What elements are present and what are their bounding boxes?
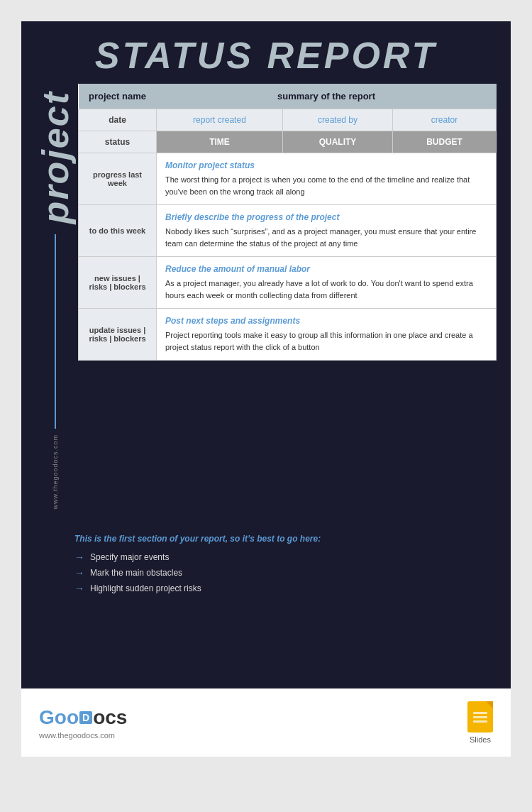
list-item-text: Specify major events	[90, 552, 169, 562]
list-item: → Specify major events	[74, 549, 497, 565]
brand-url: www.thegoodocs.com	[39, 731, 127, 740]
brand-left: GooDocs www.thegoodocs.com	[39, 706, 127, 740]
status-col1: status	[79, 131, 157, 153]
status-col3: QUALITY	[282, 131, 392, 153]
row2-body: Nobody likes such “surprises”, and as a …	[165, 227, 476, 248]
table-container: project name summary of the report date …	[78, 84, 497, 510]
side-url: www.thegoodocs.com	[52, 434, 59, 510]
status-table: project name summary of the report date …	[78, 84, 497, 361]
row4-content: Post next steps and assignments Project …	[157, 309, 497, 361]
slides-badge: Slides	[467, 701, 493, 744]
table-row: new issues | risks | blockers Reduce the…	[79, 257, 497, 309]
table-row: to do this week Briefly describe the pro…	[79, 205, 497, 257]
footer-intro: This is the first section of your report…	[74, 534, 497, 544]
side-line	[55, 234, 56, 429]
subheader-row: date report created created by creator	[79, 109, 497, 131]
row3-label: new issues | risks | blockers	[79, 257, 157, 309]
row1-label: progress last week	[79, 153, 157, 205]
brand-logo: GooDocs	[39, 706, 127, 729]
table-header-row: project name summary of the report	[79, 84, 497, 109]
row1-body: The worst thing for a project is when yo…	[165, 175, 470, 196]
row3-title: Reduce the amount of manual labor	[165, 264, 487, 274]
title-area: STATUS REPORT	[21, 21, 511, 84]
arrow-icon: →	[74, 567, 84, 578]
row3-body: As a project manager, you already have a…	[165, 279, 473, 300]
list-item: → Mark the main obstacles	[74, 565, 497, 581]
row1-content: Monitor project status The worst thing f…	[157, 153, 497, 205]
status-row: status TIME QUALITY BUDGET	[79, 131, 497, 153]
row4-label: update issues | risks | blockers	[79, 309, 157, 361]
subheader-col4: creator	[393, 109, 497, 131]
slides-line	[473, 716, 487, 718]
list-item-text: Highlight sudden project risks	[90, 583, 201, 593]
subheader-col2: report created	[157, 109, 283, 131]
main-title: STATUS REPORT	[35, 34, 497, 77]
row3-content: Reduce the amount of manual labor As a p…	[157, 257, 497, 309]
subheader-col1: date	[79, 109, 157, 131]
table-row: progress last week Monitor project statu…	[79, 153, 497, 205]
brand-icon-box: D	[79, 711, 92, 724]
status-col2: TIME	[157, 131, 283, 153]
slides-line	[473, 720, 487, 723]
arrow-icon: →	[74, 552, 84, 563]
brand-goo: Goo	[39, 706, 79, 729]
content-area: project www.thegoodocs.com project name …	[21, 84, 511, 524]
list-item: → Highlight sudden project risks	[74, 581, 497, 596]
list-item-text: Mark the main obstacles	[90, 568, 182, 578]
side-label-container: project www.thegoodocs.com	[35, 84, 74, 510]
footer-list: → Specify major events → Mark the main o…	[74, 549, 497, 596]
main-card: STATUS REPORT project www.thegoodocs.com…	[21, 21, 511, 688]
row4-title: Post next steps and assignments	[165, 316, 487, 326]
slides-icon	[467, 701, 493, 733]
table-row: update issues | risks | blockers Post ne…	[79, 309, 497, 361]
row1-title: Monitor project status	[165, 160, 487, 170]
status-col4: BUDGET	[393, 131, 497, 153]
slides-line	[473, 712, 487, 714]
row2-label: to do this week	[79, 205, 157, 257]
slides-lines	[469, 706, 492, 728]
row4-body: Project reporting tools make it easy to …	[165, 331, 473, 351]
header-col1: project name	[79, 84, 157, 109]
slides-label: Slides	[470, 735, 491, 744]
bottom-brand: GooDocs www.thegoodocs.com Slides	[21, 688, 511, 757]
footer-section: This is the first section of your report…	[21, 524, 511, 606]
side-label: project	[37, 91, 74, 224]
header-col2: summary of the report	[157, 84, 497, 109]
arrow-icon: →	[74, 583, 84, 594]
brand-docs: ocs	[93, 706, 127, 729]
subheader-col3: created by	[282, 109, 392, 131]
row2-content: Briefly describe the progress of the pro…	[157, 205, 497, 257]
row2-title: Briefly describe the progress of the pro…	[165, 212, 487, 222]
